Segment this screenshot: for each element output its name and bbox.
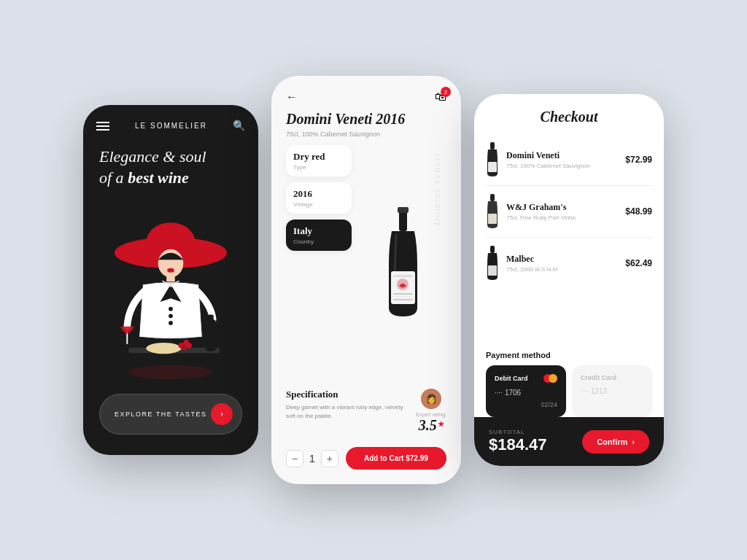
country-card[interactable]: Italy Country — [286, 219, 352, 251]
svg-rect-26 — [393, 299, 413, 300]
debit-card-number: ···· 1706 — [495, 389, 557, 397]
svg-point-7 — [169, 321, 173, 325]
svg-rect-11 — [208, 314, 214, 323]
svg-point-17 — [169, 284, 172, 287]
item-3-price: $62.49 — [625, 258, 652, 268]
explore-arrow-icon: › — [211, 403, 233, 425]
svg-point-12 — [146, 343, 181, 354]
wine-title: Domini Veneti 2016 — [271, 111, 461, 131]
svg-rect-31 — [490, 246, 495, 253]
checkout-title: Checkout — [474, 94, 664, 134]
svg-rect-22 — [393, 275, 413, 277]
payment-title: Payment method — [486, 351, 652, 359]
product-area: Dry red Type 2016 Vintage Italy Country … — [271, 145, 461, 383]
svg-rect-32 — [488, 265, 497, 276]
debit-card-expiry: 02/24 — [495, 401, 557, 408]
credit-card-number: ···· 1213 — [581, 387, 643, 395]
payment-section: Payment method Debit Card ···· 1706 02/2… — [474, 345, 664, 417]
expert-avatar: 👩 — [421, 389, 441, 409]
rating-star: ★ — [438, 420, 444, 428]
svg-rect-24 — [393, 293, 413, 295]
type-value: Dry red — [293, 151, 344, 163]
svg-rect-28 — [488, 162, 497, 172]
type-card[interactable]: Dry red Type — [286, 145, 352, 176]
phone-product: ← 🛍 2 Domini Veneti 2016 75cl, 100% Cabe… — [271, 76, 461, 484]
svg-point-16 — [186, 343, 192, 349]
svg-rect-29 — [490, 194, 495, 201]
brand-name: LE SOMMELIER — [135, 122, 207, 130]
svg-point-5 — [169, 307, 173, 311]
expert-label: Expert rating: — [416, 412, 446, 417]
search-icon[interactable]: 🔍 — [233, 120, 245, 132]
back-button[interactable]: ← — [286, 90, 298, 104]
bottle-column: Domini Veneti — [359, 145, 446, 383]
item-3-info: Malbec 75cl, 2000 M.S.N.M — [506, 254, 618, 273]
cart-icon[interactable]: 🛍 2 — [435, 90, 446, 104]
svg-rect-10 — [206, 319, 215, 351]
svg-rect-25 — [395, 296, 411, 298]
wine-subtitle: 75cl, 100% Cabernet Sauvignon — [271, 131, 461, 145]
expert-rating: 3.5★ — [416, 417, 446, 434]
svg-rect-20 — [398, 207, 409, 213]
svg-point-15 — [181, 345, 187, 351]
confirm-button[interactable]: Confirm › — [582, 430, 649, 454]
item-2-desc: 75cl, Fine Ruby Port Vinho — [506, 214, 618, 221]
mastercard-icon — [543, 374, 557, 383]
subtotal-label: SUBTOTAL — [489, 429, 547, 435]
type-label: Type — [293, 164, 344, 171]
qty-decrease-button[interactable]: − — [286, 450, 303, 467]
qty-increase-button[interactable]: + — [321, 450, 338, 467]
item-1-desc: 75cl, 100% Cabernet Sauvignon — [506, 163, 618, 169]
credit-card[interactable]: Credit Card ···· 1213 — [572, 365, 652, 417]
svg-point-18 — [128, 365, 213, 379]
debit-card-label: Debit Card — [495, 374, 557, 383]
country-label: Country — [293, 238, 344, 245]
add-to-cart-button[interactable]: Add to Cart $72.99 — [346, 447, 446, 470]
qty-value: 1 — [309, 453, 315, 464]
vintage-label: Vintage — [293, 201, 344, 208]
subtotal-amount: $184.47 — [489, 435, 547, 454]
spec-desc: Deep garnet with a vibrant ruby edge, ve… — [286, 403, 409, 421]
svg-rect-27 — [490, 142, 495, 149]
phone-landing: LE SOMMELIER 🔍 Elegance & soul of a best… — [83, 105, 258, 455]
checkout-item-3: Malbec 75cl, 2000 M.S.N.M $62.49 — [486, 238, 652, 289]
specification-area: Specification Deep garnet with a vibrant… — [271, 383, 461, 440]
explore-button[interactable]: EXPLORE THE TASTES › — [99, 394, 242, 435]
item-1-name: Domini Veneti — [506, 150, 618, 161]
svg-point-3 — [167, 268, 174, 273]
item-2-name: W&J Graham's — [506, 202, 618, 213]
menu-icon[interactable] — [96, 122, 109, 131]
explore-label: EXPLORE THE TASTES — [115, 411, 207, 418]
debit-card[interactable]: Debit Card ···· 1706 02/24 — [486, 365, 566, 417]
vintage-value: 2016 — [293, 188, 344, 200]
add-to-cart-bar: − 1 + Add to Cart $72.99 — [271, 440, 461, 484]
svg-rect-30 — [488, 214, 497, 224]
item-1-price: $72.99 — [625, 155, 652, 165]
phone1-header: LE SOMMELIER 🔍 — [83, 105, 258, 139]
quantity-control: − 1 + — [286, 450, 338, 467]
checkout-footer: SUBTOTAL $184.47 Confirm › — [474, 417, 664, 466]
cart-badge: 2 — [441, 87, 451, 97]
item-2-price: $48.99 — [625, 206, 652, 217]
checkout-item-1: Domini Veneti 75cl, 100% Cabernet Sauvig… — [486, 134, 652, 186]
spec-title: Specification — [286, 389, 409, 400]
item-1-info: Domini Veneti 75cl, 100% Cabernet Sauvig… — [506, 150, 618, 169]
bottle-watermark: Domini Veneti — [431, 152, 443, 225]
item-3-name: Malbec — [506, 254, 618, 265]
item-2-info: W&J Graham's 75cl, Fine Ruby Port Vinho — [506, 202, 618, 221]
woman-illustration — [83, 188, 258, 394]
specs-column: Dry red Type 2016 Vintage Italy Country — [286, 145, 352, 383]
checkout-item-2: W&J Graham's 75cl, Fine Ruby Port Vinho … — [486, 186, 652, 238]
payment-cards: Debit Card ···· 1706 02/24 Credit Card ·… — [486, 365, 652, 417]
hero-text: Elegance & soul of a best wine — [83, 139, 258, 188]
checkout-items: Domini Veneti 75cl, 100% Cabernet Sauvig… — [474, 134, 664, 345]
country-value: Italy — [293, 225, 344, 237]
svg-point-6 — [169, 314, 173, 318]
confirm-arrow-icon: › — [632, 438, 635, 446]
vintage-card[interactable]: 2016 Vintage — [286, 182, 352, 214]
phone-checkout: Checkout Domini Veneti 75cl, 100% Cabern… — [474, 94, 664, 466]
product-top-bar: ← 🛍 2 — [271, 76, 461, 111]
credit-card-label: Credit Card — [581, 374, 643, 381]
item-3-desc: 75cl, 2000 M.S.N.M — [506, 266, 618, 273]
